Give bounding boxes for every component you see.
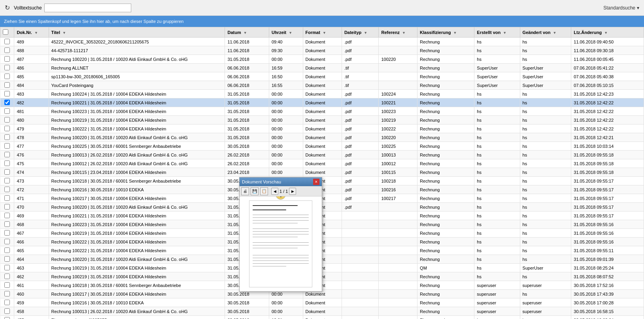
row-checkbox[interactable] [4, 134, 10, 140]
table-row[interactable]: 476Rechnung 100013 | 26.02.2018 / 10020 … [0, 151, 644, 159]
cell-geaendert: hs [520, 290, 571, 298]
cell-titel: Rechnung 100220 | 31.05.2018 / 10020 Ald… [49, 133, 225, 142]
row-checkbox[interactable] [4, 56, 10, 62]
col-header-titel[interactable]: Titel ▼ [49, 27, 225, 38]
col-header-erstellt[interactable]: Erstellt von ▼ [474, 27, 520, 38]
cell-referenz [379, 229, 417, 238]
row-checkbox[interactable] [4, 65, 10, 70]
search-input[interactable] [44, 4, 131, 12]
col-header-klassifizierung[interactable]: Klassifizierung ▼ [417, 27, 474, 38]
row-checkbox[interactable] [4, 239, 10, 244]
row-checkbox[interactable] [4, 291, 10, 296]
row-checkbox[interactable] [4, 108, 10, 114]
table-row[interactable]: 48945222_INVOICE_30532022_20180606211205… [0, 38, 644, 46]
col-header-datum[interactable]: Datum ▼ [225, 27, 269, 38]
row-checkbox[interactable] [4, 91, 10, 96]
row-checkbox[interactable] [4, 169, 10, 175]
table-row[interactable]: 459Rechnung 100216 | 30.05.2018 / 10010 … [0, 298, 644, 307]
row-checkbox[interactable] [4, 221, 10, 227]
table-row[interactable]: 477Rechnung 100225 | 30.05.2018 / 60001 … [0, 142, 644, 151]
preview-content: ✛ [240, 196, 322, 291]
row-checkbox[interactable] [4, 274, 10, 279]
prev-page-button[interactable]: ◀ [271, 188, 278, 195]
row-checkbox[interactable] [4, 317, 10, 319]
cell-dateityp [342, 290, 379, 298]
table-row[interactable]: 48844-425718-11121711.06.201809:30Dokume… [0, 46, 644, 55]
row-checkbox[interactable] [4, 213, 10, 218]
cell-klassifizierung: Rechnung [417, 281, 474, 290]
cell-titel: Rechnung 100224 | 31.05.2018 / 10004 EDE… [49, 90, 225, 98]
row-checkbox[interactable] [4, 178, 10, 183]
table-row[interactable]: 484YouCard Posteingang06.06.201816:55Dok… [0, 81, 644, 90]
standard-search[interactable]: Standardsuche ▾ [603, 5, 639, 11]
cell-titel: Rechnung 100220 | 31.05.2018 / 10020 Ald… [49, 55, 225, 64]
row-checkbox[interactable] [4, 100, 10, 105]
table-row[interactable]: 479Rechnung 100222 | 31.05.2018 / 10004 … [0, 125, 644, 133]
table-row[interactable]: 481Rechnung 100223 | 31.05.2018 / 10004 … [0, 107, 644, 116]
cell-format: Dokument [303, 46, 342, 55]
save-button[interactable]: 💾 [251, 187, 259, 195]
col-header-uhrzeit[interactable]: Uhrzeit ▼ [269, 27, 303, 38]
cell-referenz [379, 46, 417, 55]
copy-button[interactable]: 📋 [260, 187, 268, 195]
row-checkbox[interactable] [4, 160, 10, 166]
select-all-checkbox[interactable] [0, 27, 14, 38]
table-row[interactable]: 478Rechnung 100220 | 31.05.2018 / 10020 … [0, 133, 644, 142]
cell-klassifizierung: Rechnung [417, 98, 474, 107]
table-row[interactable]: 485sp1130-bw-300_20180606_16500506.06.20… [0, 72, 644, 81]
table-row[interactable]: 475Rechnung 100012 | 26.02.2018 / 10020 … [0, 159, 644, 168]
table-row[interactable]: 487Rechnung 100220 | 31.05.2018 / 10020 … [0, 55, 644, 64]
row-checkbox[interactable] [4, 82, 10, 88]
row-checkbox[interactable] [4, 143, 10, 149]
table-row[interactable]: 458Rechnung 100013 | 26.02.2018 / 10020 … [0, 307, 644, 316]
col-header-format[interactable]: Format ▼ [303, 27, 342, 38]
row-checkbox[interactable] [4, 74, 10, 79]
sort-icon-format: ▼ [323, 31, 326, 35]
row-checkbox[interactable] [4, 39, 10, 44]
table-row[interactable]: 480Rechnung 100219 | 31.05.2018 / 10004 … [0, 116, 644, 125]
preview-close-button[interactable]: ✕ [313, 179, 319, 185]
cell-datum: 06.06.2018 [225, 81, 269, 90]
col-header-geaendert[interactable]: Geändert von ▼ [520, 27, 571, 38]
table-row[interactable]: 482Rechnung 100221 | 31.05.2018 / 10004 … [0, 98, 644, 107]
cell-datum: 30.05.2018 [225, 307, 269, 316]
row-checkbox[interactable] [4, 300, 10, 305]
table-row[interactable]: 455Eingangsrechnung f199505523.05.201812… [0, 316, 644, 319]
row-checkbox-cell [0, 177, 14, 185]
table-row[interactable]: 486Rechnung ALLNET06.06.201816:59Dokumen… [0, 64, 644, 72]
row-checkbox[interactable] [4, 308, 10, 314]
row-checkbox[interactable] [4, 152, 10, 157]
cell-klassifizierung: Rechnung [417, 238, 474, 246]
row-checkbox[interactable] [4, 282, 10, 288]
col-header-ltz[interactable]: Ltz.Änderung ▼ [571, 27, 644, 38]
row-checkbox[interactable] [4, 230, 10, 236]
cell-uhrzeit: 00:00 [269, 98, 303, 107]
row-checkbox[interactable] [4, 247, 10, 253]
move-cursor-icon[interactable]: ✛ [276, 196, 286, 200]
row-checkbox[interactable] [4, 195, 10, 201]
cell-uhrzeit: 00:00 [269, 151, 303, 159]
col-header-dateityp[interactable]: Dateityp ▼ [342, 27, 379, 38]
cell-geaendert: hs [520, 229, 571, 238]
col-header-dok[interactable]: Dok.Nr. ▼ [14, 27, 49, 38]
row-checkbox[interactable] [4, 187, 10, 192]
print-button[interactable]: 🖨 [241, 187, 249, 195]
row-checkbox[interactable] [4, 117, 10, 123]
table-container[interactable]: Dok.Nr. ▼ Titel ▼ Datum ▼ Uhrzeit ▼ Form… [0, 27, 644, 319]
row-checkbox[interactable] [4, 265, 10, 270]
col-header-referenz[interactable]: Referenz ▼ [379, 27, 417, 38]
cell-titel: Rechnung 100219 | 31.05.2018 / 10004 EDE… [49, 264, 225, 272]
table-row[interactable]: 483Rechnung 100224 | 31.05.2018 / 10004 … [0, 90, 644, 98]
cell-dok: 477 [14, 142, 49, 151]
cell-titel: Rechnung 100225 | 30.05.2018 / 60001 Sen… [49, 142, 225, 151]
table-row[interactable]: 474Rechnung 100115 | 23.04.2018 / 10004 … [0, 168, 644, 177]
cell-erstellt: SuperUser [474, 81, 520, 90]
cell-geaendert: hs [520, 220, 571, 229]
row-checkbox[interactable] [4, 47, 10, 53]
row-checkbox[interactable] [4, 126, 10, 131]
next-page-button[interactable]: ▶ [289, 188, 296, 195]
row-checkbox[interactable] [4, 256, 10, 262]
row-checkbox[interactable] [4, 204, 10, 210]
refresh-icon[interactable]: ↻ [5, 4, 10, 11]
cell-titel: Rechnung 100216 | 30.05.2018 / 10010 EDE… [49, 298, 225, 307]
